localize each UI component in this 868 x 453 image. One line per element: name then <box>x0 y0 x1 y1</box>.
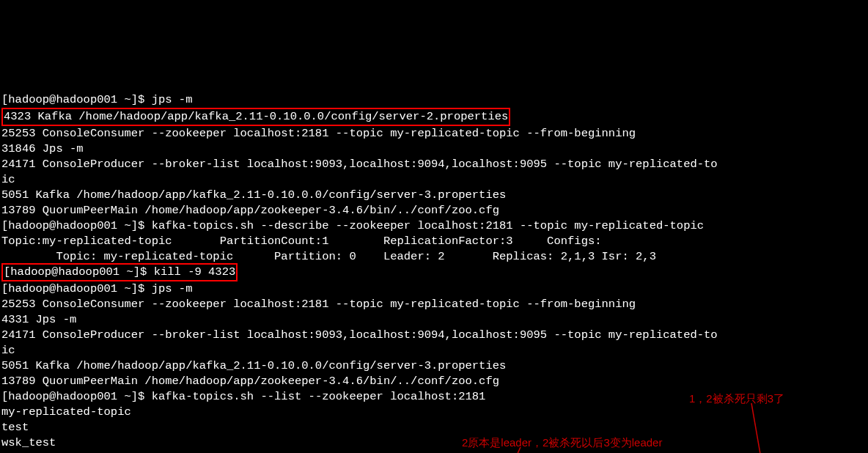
prompt: [hadoop@hadoop001 ~]$ <box>1 93 152 106</box>
prompt: [hadoop@hadoop001 ~]$ <box>1 282 152 295</box>
jps-line: 4331 Jps -m <box>1 313 76 326</box>
annotation-isr: 1，2被杀死只剩3了 <box>689 391 784 406</box>
svg-line-2 <box>751 403 766 453</box>
topic-desc-line: Topic: my-replicated-topic Partition: 0 … <box>1 250 656 263</box>
cmd-jps: jps -m <box>152 93 193 106</box>
topic-name: wsk_test <box>1 436 56 449</box>
terminal-window[interactable]: [hadoop@hadoop001 ~]$ jps -m 4323 Kafka … <box>0 77 868 453</box>
jps-line: 5051 Kafka /home/hadoop/app/kafka_2.11-0… <box>1 359 506 372</box>
jps-line: 24171 ConsoleProducer --broker-list loca… <box>1 328 718 342</box>
cmd-kafka-list: kafka-topics.sh --list --zookeeper local… <box>152 390 486 403</box>
jps-line: 25253 ConsoleConsumer --zookeeper localh… <box>1 127 636 140</box>
kafka-process-highlight: 4323 Kafka /home/hadoop/app/kafka_2.11-0… <box>1 108 510 126</box>
jps-line: 13789 QuorumPeerMain /home/hadoop/app/zo… <box>1 375 499 388</box>
kill-cmd-highlight: [hadoop@hadoop001 ~]$ kill -9 4323 <box>1 263 238 281</box>
topic-desc-line: Topic:my-replicated-topic PartitionCount… <box>1 235 602 248</box>
cmd-kafka-describe: kafka-topics.sh --describe --zookeeper l… <box>152 219 704 232</box>
annotation-leader: 2原本是leader，2被杀死以后3变为leader <box>462 435 662 450</box>
arrow-to-isr <box>737 403 781 453</box>
jps-line: 25253 ConsoleConsumer --zookeeper localh… <box>1 298 636 311</box>
jps-line: ic <box>1 344 15 357</box>
jps-line: 24171 ConsoleProducer --broker-list loca… <box>1 158 718 171</box>
cmd-jps: jps -m <box>152 282 193 295</box>
jps-line: 13789 QuorumPeerMain /home/hadoop/app/zo… <box>1 204 499 217</box>
jps-line: ic <box>1 173 15 186</box>
jps-line: 5051 Kafka /home/hadoop/app/kafka_2.11-0… <box>1 188 506 202</box>
topic-name: test <box>1 421 29 434</box>
prompt: [hadoop@hadoop001 ~]$ <box>1 219 152 232</box>
jps-line: 31846 Jps -m <box>1 142 84 155</box>
prompt: [hadoop@hadoop001 ~]$ <box>1 390 152 403</box>
topic-name: my-replicated-topic <box>1 405 131 419</box>
